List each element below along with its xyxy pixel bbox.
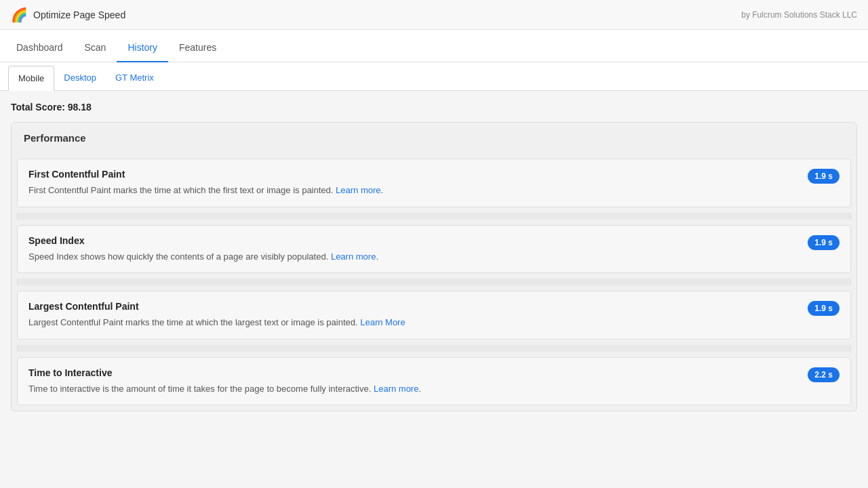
metric-desc-si: Speed Index shows how quickly the conten… [28,250,840,264]
metric-badge-lcp: 1.9 s [808,301,840,316]
metric-title-si: Speed Index [28,235,840,246]
nav-bar: Dashboard Scan History Features [0,30,868,62]
metric-desc-post-fcp: . [381,185,384,195]
topbar-left: 🌈 Optimize Page Speed [11,7,125,23]
metric-title-tti: Time to Interactive [28,367,840,378]
sub-tab-gtmetrix[interactable]: GT Metrix [106,66,163,91]
metric-title-fcp: First Contentful Paint [28,169,840,180]
metric-desc-post-si: . [376,251,378,262]
total-score: Total Score: 98.18 [11,102,857,113]
metric-desc-fcp: First Contentful Paint marks the time at… [28,184,840,197]
topbar-byline: by Fulcrum Solutions Stack LLC [741,10,857,20]
metric-link-tti[interactable]: Learn more [374,384,418,394]
performance-header: Performance [12,123,856,153]
topbar: 🌈 Optimize Page Speed by Fulcrum Solutio… [0,0,868,30]
metric-desc-post-tti: . [418,384,421,394]
metric-desc-tti: Time to interactive is the amount of tim… [28,382,840,396]
metric-spacer-2 [17,279,851,285]
metric-link-si[interactable]: Learn more [331,251,376,262]
metric-link-fcp[interactable]: Learn more [336,185,380,195]
nav-tab-features[interactable]: Features [168,34,227,62]
nav-tab-scan[interactable]: Scan [74,34,117,62]
metric-badge-si: 1.9 s [808,235,840,250]
metric-desc-pre-tti: Time to interactive is the amount of tim… [28,384,371,394]
metric-badge-fcp: 1.9 s [808,169,840,184]
metric-card-lcp: Largest Contentful Paint Largest Content… [17,291,851,340]
app-title: Optimize Page Speed [33,9,125,20]
metric-title-lcp: Largest Contentful Paint [28,301,840,312]
main-content: Total Score: 98.18 Performance First Con… [0,91,868,422]
metric-desc-pre-lcp: Largest Contentful Paint marks the time … [28,317,358,327]
metric-spacer-1 [17,213,851,220]
metric-desc-pre-fcp: First Contentful Paint marks the time at… [28,185,333,195]
performance-section: Performance First Contentful Paint First… [11,122,857,411]
metric-desc-lcp: Largest Contentful Paint marks the time … [28,316,840,329]
app-logo-icon: 🌈 [11,7,28,23]
sub-tab-mobile[interactable]: Mobile [8,66,54,91]
nav-tab-history[interactable]: History [117,34,168,62]
metric-spacer-3 [17,345,851,352]
sub-tabs: Mobile Desktop GT Metrix [0,62,868,91]
metric-link-lcp[interactable]: Learn More [360,317,405,327]
metric-desc-pre-si: Speed Index shows how quickly the conten… [28,251,328,262]
metric-card-fcp: First Contentful Paint First Contentful … [17,159,851,207]
metric-badge-tti: 2.2 s [808,367,840,382]
sub-tab-desktop[interactable]: Desktop [54,66,106,91]
metric-card-tti: Time to Interactive Time to interactive … [17,357,851,406]
nav-tab-dashboard[interactable]: Dashboard [5,34,74,62]
metric-card-si: Speed Index Speed Index shows how quickl… [17,225,851,274]
